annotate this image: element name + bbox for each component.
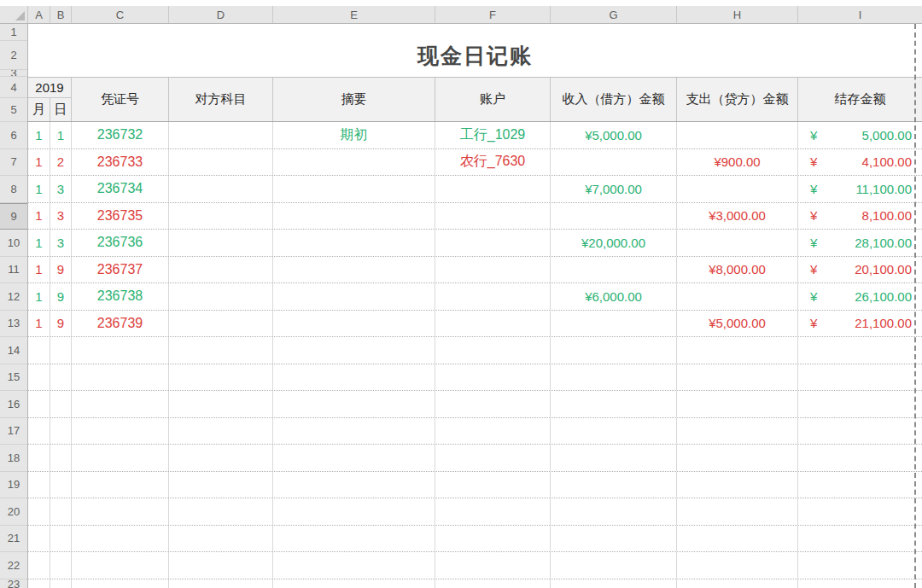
cell-voucher[interactable]: 236736 xyxy=(72,230,169,256)
empty-cell[interactable] xyxy=(435,418,551,445)
empty-cell[interactable] xyxy=(798,498,922,525)
cell-counterparty[interactable] xyxy=(169,176,273,202)
empty-cell[interactable] xyxy=(169,418,273,445)
empty-row-1[interactable] xyxy=(28,24,922,41)
row-header-7[interactable]: 7 xyxy=(0,149,27,177)
empty-cell[interactable] xyxy=(50,579,72,588)
empty-cell[interactable] xyxy=(72,364,169,391)
cell-balance[interactable]: ¥11,100.00 xyxy=(798,176,922,202)
cell-day[interactable]: 2 xyxy=(50,149,72,176)
empty-cell[interactable] xyxy=(72,337,169,364)
empty-cell[interactable] xyxy=(72,445,169,471)
column-header-d[interactable]: D xyxy=(169,6,273,23)
cell-balance[interactable]: ¥26,100.00 xyxy=(798,283,922,310)
cell-balance[interactable]: ¥20,100.00 xyxy=(798,257,922,283)
account-header-cell[interactable]: 账户 xyxy=(435,78,551,121)
empty-cell[interactable] xyxy=(551,445,677,471)
cell-month[interactable]: 1 xyxy=(28,149,50,176)
empty-cell[interactable] xyxy=(798,472,922,498)
cell-expense[interactable] xyxy=(677,176,798,202)
expense-header-cell[interactable]: 支出（贷方）金额 xyxy=(677,78,798,121)
cell-expense[interactable] xyxy=(677,230,798,256)
row-header-18[interactable]: 18 xyxy=(0,445,27,472)
empty-cell[interactable] xyxy=(435,498,551,525)
hidden-row-3[interactable] xyxy=(28,70,922,77)
cell-expense[interactable]: ¥8,000.00 xyxy=(677,257,798,283)
cell-balance[interactable]: ¥4,100.00 xyxy=(798,149,922,176)
empty-cell[interactable] xyxy=(169,579,273,588)
cell-expense[interactable]: ¥900.00 xyxy=(677,149,798,176)
cell-summary[interactable]: 期初 xyxy=(273,122,435,148)
empty-cell[interactable] xyxy=(169,498,273,525)
empty-cell[interactable] xyxy=(551,418,677,445)
empty-cell[interactable] xyxy=(72,526,169,552)
row-header-1[interactable]: 1 xyxy=(0,24,27,41)
cell-day[interactable]: 1 xyxy=(50,122,72,148)
empty-cell[interactable] xyxy=(435,526,551,552)
cell-counterparty[interactable] xyxy=(169,311,273,337)
cell-income[interactable] xyxy=(551,257,677,283)
cell-balance[interactable]: ¥21,100.00 xyxy=(798,311,922,337)
cell-voucher[interactable]: 236739 xyxy=(72,311,169,337)
empty-cell[interactable] xyxy=(28,579,50,588)
row-header-22[interactable]: 22 xyxy=(0,552,27,579)
empty-cell[interactable] xyxy=(28,552,50,579)
empty-cell[interactable] xyxy=(50,364,72,391)
cell-account[interactable] xyxy=(435,311,551,337)
row-header-11[interactable]: 11 xyxy=(0,257,27,284)
row-header-20[interactable]: 20 xyxy=(0,498,27,526)
empty-cell[interactable] xyxy=(273,391,435,417)
row-header-8[interactable]: 8 xyxy=(0,176,27,203)
empty-cell[interactable] xyxy=(273,579,435,588)
cell-income[interactable]: ¥20,000.00 xyxy=(551,230,677,256)
empty-cell[interactable] xyxy=(677,579,798,588)
empty-cell[interactable] xyxy=(72,418,169,445)
cell-summary[interactable] xyxy=(273,149,435,176)
empty-cell[interactable] xyxy=(435,364,551,391)
empty-cell[interactable] xyxy=(169,364,273,391)
empty-cell[interactable] xyxy=(677,337,798,364)
empty-cell[interactable] xyxy=(72,579,169,588)
cell-month[interactable]: 1 xyxy=(28,230,50,256)
cell-voucher[interactable]: 236734 xyxy=(72,176,169,202)
empty-cell[interactable] xyxy=(798,337,922,364)
empty-cell[interactable] xyxy=(273,445,435,471)
cell-month[interactable]: 1 xyxy=(28,176,50,202)
empty-cell[interactable] xyxy=(273,472,435,498)
empty-cell[interactable] xyxy=(273,498,435,525)
cell-counterparty[interactable] xyxy=(169,149,273,176)
column-header-a[interactable]: A xyxy=(28,6,50,23)
empty-cell[interactable] xyxy=(677,418,798,445)
empty-cell[interactable] xyxy=(551,337,677,364)
cell-counterparty[interactable] xyxy=(169,230,273,256)
empty-cell[interactable] xyxy=(169,337,273,364)
cell-counterparty[interactable] xyxy=(169,283,273,310)
row-header-12[interactable]: 12 xyxy=(0,283,27,311)
empty-cell[interactable] xyxy=(435,472,551,498)
empty-cell[interactable] xyxy=(798,579,922,588)
cell-expense[interactable]: ¥5,000.00 xyxy=(677,311,798,337)
cell-income[interactable]: ¥5,000.00 xyxy=(551,122,677,148)
cell-day[interactable]: 9 xyxy=(50,311,72,337)
cell-voucher[interactable]: 236738 xyxy=(72,283,169,310)
empty-cell[interactable] xyxy=(798,445,922,471)
cell-counterparty[interactable] xyxy=(169,203,273,230)
cell-summary[interactable] xyxy=(273,203,435,230)
empty-cell[interactable] xyxy=(169,391,273,417)
voucher-no-header-cell[interactable]: 凭证号 xyxy=(72,78,169,121)
column-header-h[interactable]: H xyxy=(677,6,798,23)
cell-summary[interactable] xyxy=(273,176,435,202)
empty-cell[interactable] xyxy=(551,526,677,552)
empty-cell[interactable] xyxy=(169,526,273,552)
cell-day[interactable]: 3 xyxy=(50,230,72,256)
empty-cell[interactable] xyxy=(28,526,50,552)
cell-expense[interactable] xyxy=(677,122,798,148)
row-header-21[interactable]: 21 xyxy=(0,526,27,553)
empty-cell[interactable] xyxy=(50,337,72,364)
empty-cell[interactable] xyxy=(273,552,435,579)
empty-cell[interactable] xyxy=(28,337,50,364)
month-header-cell[interactable]: 月 xyxy=(28,98,50,121)
row-header-6[interactable]: 6 xyxy=(0,122,27,149)
row-header-14[interactable]: 14 xyxy=(0,337,27,364)
row-header-10[interactable]: 10 xyxy=(0,230,27,257)
